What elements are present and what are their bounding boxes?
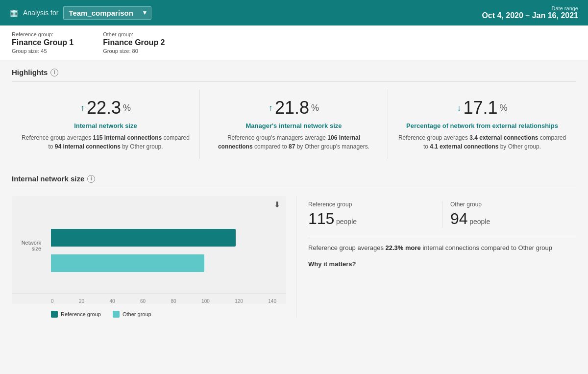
stat-percent-0: % <box>123 103 131 113</box>
highlight-card-1: ↑ 21.8 % Manager's internal network size… <box>200 90 388 159</box>
stat-value-2: 17.1 <box>463 98 497 118</box>
stat-block-other: Other group 94 people <box>450 201 576 228</box>
stat-percent-1: % <box>311 103 319 113</box>
date-range-value: Oct 4, 2020 – Jan 16, 2021 <box>482 11 578 20</box>
highlight-card-2: ↓ 17.1 % Percentage of network from exte… <box>388 90 576 159</box>
why-matters-link[interactable]: Why it matters? <box>308 260 576 268</box>
comparison-text: Reference group averages 22.3% more inte… <box>308 243 576 253</box>
stats-comparison: Reference group 115 people Other group 9… <box>308 201 576 236</box>
bar-label-text: Network size <box>12 240 46 251</box>
highlight-metric-0: Internal network size <box>22 122 190 129</box>
legend-ref-label: Reference group <box>61 311 101 317</box>
highlights-section: Highlights i ↑ 22.3 % Internal network s… <box>0 60 588 167</box>
highlights-title-row: Highlights i <box>12 68 576 82</box>
tick-80: 80 <box>171 299 176 304</box>
reference-group-label: Reference group: <box>12 31 74 37</box>
bar-reference <box>51 229 276 247</box>
highlights-grid: ↑ 22.3 % Internal network size Reference… <box>12 90 576 159</box>
tick-20: 20 <box>79 299 84 304</box>
other-group-size: Group size: 80 <box>103 48 165 54</box>
network-title-row: Internal network size i <box>12 175 576 188</box>
reference-group-info: Reference group: Finance Group 1 Group s… <box>12 31 74 54</box>
header-right: Date range Oct 4, 2020 – Jan 16, 2021 <box>482 5 578 20</box>
stat-value-1: 21.8 <box>275 98 309 118</box>
analysis-dropdown-wrapper: Team_comparison ▼ <box>63 6 151 20</box>
highlights-title: Highlights <box>12 68 48 76</box>
stat-ref-unit: people <box>336 218 357 225</box>
header-left: ▦ Analysis for Team_comparison ▼ <box>10 6 151 20</box>
highlights-info-icon[interactable]: i <box>50 69 58 76</box>
tick-40: 40 <box>110 299 115 304</box>
axis-ticks: 0 20 40 60 80 100 120 140 <box>51 297 276 304</box>
legend-ref-color <box>51 311 58 318</box>
chart-axis: 0 20 40 60 80 100 120 140 <box>12 294 286 304</box>
stat-ref-value-row: 115 people <box>308 210 434 228</box>
network-info-icon[interactable]: i <box>87 175 95 183</box>
other-group-name: Finance Group 2 <box>103 38 165 47</box>
tick-140: 140 <box>268 299 276 304</box>
date-range-label: Date range <box>482 5 578 11</box>
highlight-metric-2: Percentage of network from external rela… <box>398 122 566 129</box>
chart-area: ⬇ Network size <box>12 196 296 318</box>
stat-other-value-row: 94 people <box>450 210 576 228</box>
arrow-up-icon-0: ↑ <box>80 103 85 113</box>
highlight-card-0: ↑ 22.3 % Internal network size Reference… <box>12 90 200 159</box>
network-title: Internal network size <box>12 175 84 183</box>
tick-100: 100 <box>201 299 210 304</box>
stat-other-value: 94 <box>450 210 468 227</box>
tick-60: 60 <box>140 299 146 304</box>
network-inner: ⬇ Network size <box>12 196 576 318</box>
highlight-stat-1: ↑ 21.8 % <box>210 98 378 118</box>
highlight-stat-0: ↑ 22.3 % <box>22 98 190 118</box>
app-icon: ▦ <box>10 7 18 18</box>
tick-120: 120 <box>235 299 243 304</box>
highlight-desc-0: Reference group averages 115 internal co… <box>22 133 190 151</box>
stat-ref-value: 115 <box>308 210 334 227</box>
stat-other-unit: people <box>469 218 490 225</box>
highlight-desc-2: Reference group averages 3.4 external co… <box>398 133 566 151</box>
stat-other-label: Other group <box>450 201 576 208</box>
network-section: Internal network size i ⬇ Network size <box>0 167 588 327</box>
highlight-metric-1: Manager's internal network size <box>210 122 378 129</box>
reference-group-size: Group size: 45 <box>12 48 74 54</box>
stat-value-0: 22.3 <box>87 98 121 118</box>
app-header: ▦ Analysis for Team_comparison ▼ Date ra… <box>0 0 588 25</box>
arrow-up-icon-1: ↑ <box>269 103 273 113</box>
bar-other <box>51 254 276 272</box>
legend-ref: Reference group <box>51 311 101 318</box>
reference-group-name: Finance Group 1 <box>12 38 74 47</box>
stat-percent-2: % <box>500 103 508 113</box>
stat-ref-label: Reference group <box>308 201 434 208</box>
arrow-down-icon-2: ↓ <box>457 103 461 113</box>
chart-container: ⬇ Network size <box>12 196 286 304</box>
legend-other-color <box>113 311 120 318</box>
analysis-prefix: Analysis for <box>23 9 58 17</box>
tick-0: 0 <box>51 299 54 304</box>
highlight-stat-2: ↓ 17.1 % <box>398 98 566 118</box>
stats-area: Reference group 115 people Other group 9… <box>296 196 576 318</box>
analysis-dropdown[interactable]: Team_comparison <box>63 6 151 20</box>
legend-other-label: Other group <box>122 311 151 317</box>
stat-block-ref: Reference group 115 people <box>308 201 442 228</box>
highlight-desc-1: Reference group's managers average 106 i… <box>210 133 378 151</box>
chart-legend: Reference group Other group <box>12 306 286 318</box>
legend-other: Other group <box>113 311 151 318</box>
other-group-info: Other group: Finance Group 2 Group size:… <box>103 31 165 54</box>
groups-bar: Reference group: Finance Group 1 Group s… <box>0 25 588 60</box>
other-group-label: Other group: <box>103 31 165 37</box>
